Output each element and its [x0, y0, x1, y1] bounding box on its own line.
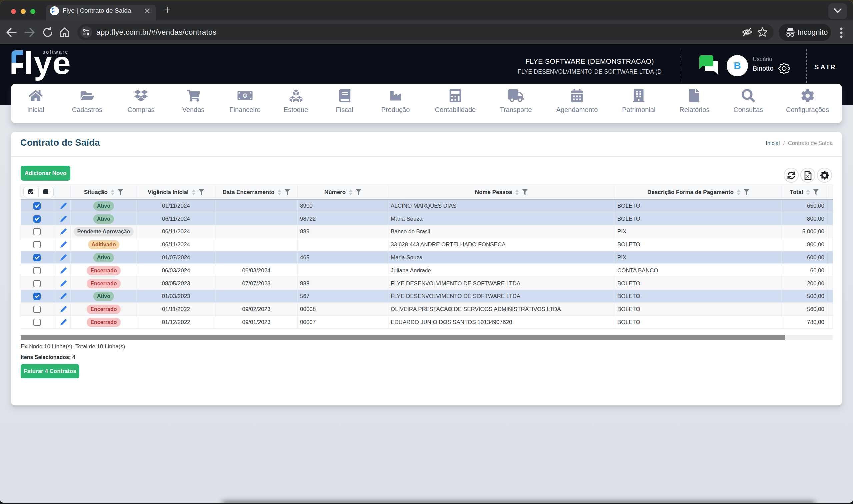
svg-text:1: 1 [244, 93, 246, 97]
svg-text:x: x [806, 174, 809, 178]
svg-text:lye: lye [24, 50, 71, 81]
